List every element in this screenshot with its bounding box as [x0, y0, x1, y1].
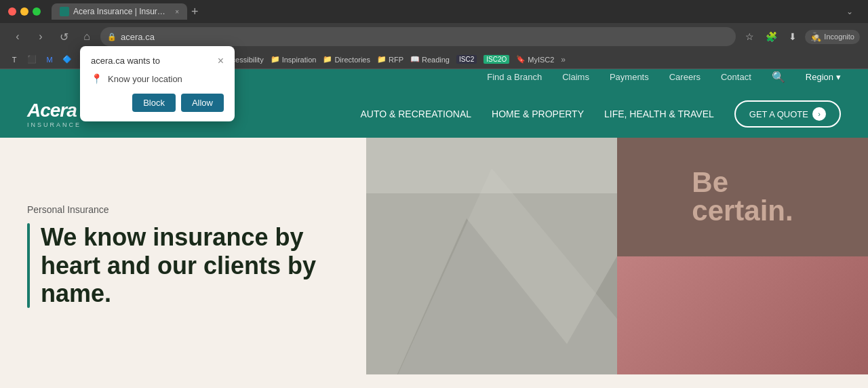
bookmark-myisc2[interactable]: 🔖 MyISC2	[516, 55, 554, 64]
toolbar-icon-4[interactable]: 🔷	[61, 54, 73, 66]
hero-heading-line3: name.	[41, 279, 111, 307]
active-tab[interactable]: Acera Insurance | Insurance ... ×	[52, 3, 187, 20]
toolbar-icon-t[interactable]: T	[8, 54, 20, 66]
bookmark-isc2[interactable]: ISC2	[456, 55, 477, 64]
bookmark-button[interactable]: ☆	[740, 27, 759, 46]
popup-title: acera.ca wants to	[91, 56, 160, 66]
back-button[interactable]: ‹	[8, 27, 27, 46]
traffic-lights	[8, 7, 41, 16]
lock-icon: 🔒	[107, 33, 117, 41]
location-icon: 📍	[91, 73, 102, 84]
hero-section: Personal Insurance We know insurance by …	[0, 138, 868, 374]
incognito-button[interactable]: 🕵 Incognito	[805, 30, 860, 44]
tab-bar: Acera Insurance | Insurance ... × +	[52, 3, 841, 20]
site-logo: Acera Insurance	[27, 100, 81, 128]
bookmark-directories[interactable]: 📁 Directories	[323, 55, 370, 64]
popup-permission-text: Know your location	[108, 74, 182, 84]
logo-subtitle: Insurance	[27, 121, 81, 128]
home-button[interactable]: ⌂	[77, 27, 96, 46]
mountain-svg	[366, 138, 617, 374]
svg-rect-3	[366, 138, 617, 193]
hero-heading: We know insurance by heart and our clien…	[41, 223, 316, 307]
bookmark-isc2o[interactable]: ISC2O	[484, 55, 509, 64]
minimize-window-button[interactable]	[20, 7, 28, 16]
site-nav-contact[interactable]: Contact	[721, 72, 751, 82]
hero-mountain-image	[366, 138, 617, 374]
quote-button-label: GET A QUOTE	[749, 109, 808, 119]
bookmark-reading[interactable]: 📖 Reading	[410, 55, 450, 64]
hero-pink-image	[617, 256, 868, 375]
address-text: acera.ca	[121, 32, 155, 42]
allow-button[interactable]: Allow	[181, 94, 224, 112]
popup-permission-row: 📍 Know your location	[91, 73, 224, 84]
quote-arrow-icon: ›	[812, 107, 826, 121]
logo-text: Acera	[27, 100, 81, 121]
tab-label: Acera Insurance | Insurance ...	[73, 7, 168, 16]
address-bar[interactable]: 🔒 acera.ca	[100, 27, 736, 46]
site-nav-find-branch[interactable]: Find a Branch	[487, 72, 542, 82]
toolbar-icon-3[interactable]: M	[43, 54, 56, 66]
title-bar: Acera Insurance | Insurance ... × + ⌄	[0, 0, 868, 23]
hero-images: Be certain.	[366, 138, 868, 374]
new-tab-button[interactable]: +	[191, 5, 199, 19]
toolbar-icon-2[interactable]: ⬛	[26, 54, 38, 66]
main-nav-home[interactable]: HOME & PROPERTY	[492, 109, 584, 119]
be-certain-text: Be certain.	[692, 168, 793, 225]
main-nav-auto[interactable]: AUTO & RECREATIONAL	[360, 109, 471, 119]
incognito-icon: 🕵	[810, 32, 821, 42]
hero-heading-wrapper: We know insurance by heart and our clien…	[27, 223, 339, 307]
hero-accent-bar	[27, 223, 30, 307]
extension-button[interactable]: 🧩	[762, 27, 781, 46]
extension-button-2[interactable]: ⬇	[783, 27, 802, 46]
hero-text: Personal Insurance We know insurance by …	[0, 138, 366, 374]
tab-favicon	[60, 7, 69, 16]
close-window-button[interactable]	[8, 7, 16, 16]
site-search-icon[interactable]: 🔍	[772, 71, 785, 83]
popup-header: acera.ca wants to ×	[91, 56, 224, 66]
hero-heading-line1: We know insurance by	[41, 223, 303, 251]
maximize-window-button[interactable]	[33, 7, 41, 16]
site-region-button[interactable]: Region ▾	[806, 72, 841, 82]
forward-button[interactable]: ›	[31, 27, 50, 46]
block-button[interactable]: Block	[132, 94, 176, 112]
tab-close-button[interactable]: ×	[175, 8, 179, 16]
bookmark-rfp[interactable]: 📁 RFP	[377, 55, 403, 64]
hero-heading-line2: heart and our clients by	[41, 252, 316, 279]
refresh-button[interactable]: ↺	[54, 27, 73, 46]
nav-icons-right: ☆ 🧩 ⬇ 🕵 Incognito	[740, 27, 860, 46]
site-main-nav: AUTO & RECREATIONAL HOME & PROPERTY LIFE…	[360, 100, 841, 128]
permission-popup: acera.ca wants to × 📍 Know your location…	[80, 46, 235, 121]
get-quote-button[interactable]: GET A QUOTE ›	[734, 100, 841, 128]
popup-close-button[interactable]: ×	[218, 56, 224, 66]
incognito-label: Incognito	[824, 33, 854, 41]
bookmark-inspiration[interactable]: 📁 Inspiration	[271, 55, 317, 64]
hero-be-certain-panel: Be certain.	[617, 138, 868, 256]
site-nav-claims[interactable]: Claims	[562, 72, 589, 82]
bookmarks-more-button[interactable]: »	[561, 55, 566, 64]
popup-buttons: Block Allow	[91, 94, 224, 112]
personal-label: Personal Insurance	[27, 204, 339, 215]
main-nav-life[interactable]: LIFE, HEALTH & TRAVEL	[604, 109, 714, 119]
site-nav-payments[interactable]: Payments	[610, 72, 649, 82]
site-nav-careers[interactable]: Careers	[669, 72, 701, 82]
